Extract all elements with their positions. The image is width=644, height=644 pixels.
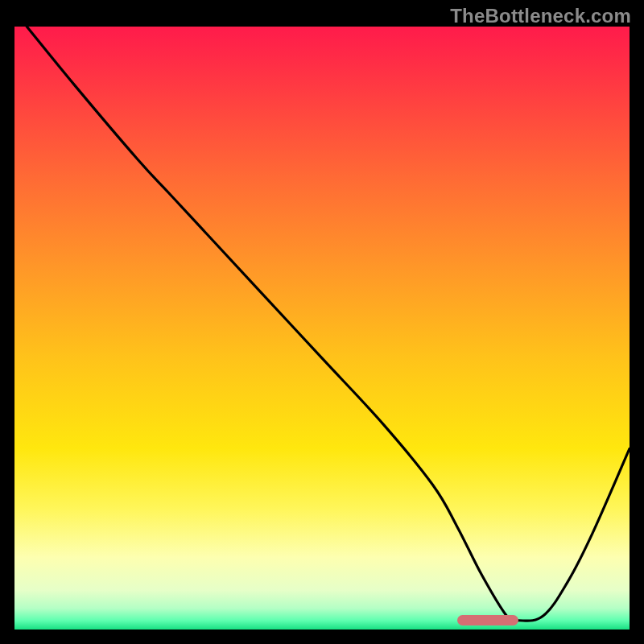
watermark-text: TheBottleneck.com [450, 5, 631, 27]
optimal-range-marker [457, 615, 518, 625]
plot-area [14, 27, 630, 630]
chart-frame: TheBottleneck.com [0, 0, 644, 644]
bottleneck-curve [14, 27, 630, 630]
